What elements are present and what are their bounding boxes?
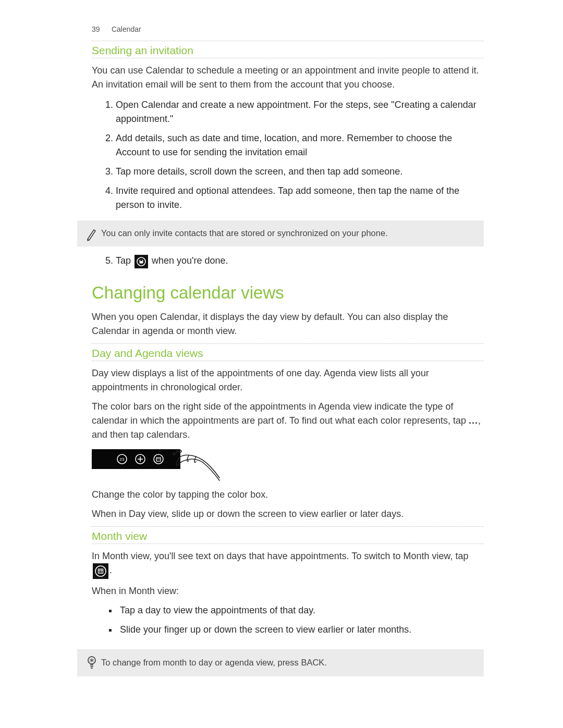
add-icon: [134, 453, 146, 465]
svg-point-11: [173, 453, 175, 455]
app-toolbar: 23: [92, 449, 180, 469]
toolbar-figure: 23: [92, 449, 222, 483]
add-someone-term: add someone: [343, 166, 400, 177]
changing-views-intro: When you open Calendar, it displays the …: [92, 310, 484, 338]
month-view-p2: When in Month view:: [92, 584, 484, 598]
day-23-icon: 23: [116, 453, 128, 465]
tap-gesture-icon: [170, 449, 222, 483]
step-1: Open Calendar and create a new appointme…: [116, 98, 484, 126]
section-rule: [92, 544, 484, 544]
ellipsis-term: ...: [469, 415, 478, 426]
svg-rect-2: [140, 260, 142, 261]
svg-point-12: [176, 451, 178, 453]
month-view-bullets: Tap a day to view the appointments of th…: [92, 603, 484, 637]
svg-rect-15: [99, 569, 103, 573]
day-agenda-p1: Day view displays a list of the appointm…: [92, 366, 484, 394]
section-rule: [92, 361, 484, 361]
steps-list: Open Calendar and create a new appointme…: [92, 98, 484, 212]
section-rule: [92, 58, 484, 58]
page-header: 39 Calendar: [92, 25, 484, 33]
bullet-2: Slide your finger up or down the screen …: [118, 623, 484, 637]
bullet-1: Tap a day to view the appointments of th…: [118, 603, 484, 618]
section-heading-changing-views: Changing calendar views: [92, 283, 484, 303]
account-term: Account: [116, 147, 150, 157]
lightbulb-icon: [82, 655, 101, 671]
section-rule: [92, 526, 484, 527]
page-number: 39: [92, 25, 109, 33]
pencil-icon: [82, 226, 101, 241]
chapter-name: Calendar: [112, 25, 141, 33]
section-rule: [92, 343, 484, 344]
tip-box: To change from month to day or agenda vi…: [77, 649, 484, 676]
section-heading-sending-invitation: Sending an invitation: [92, 44, 484, 57]
intro-paragraph: You can use Calendar to schedule a meeti…: [92, 64, 484, 92]
calendar-month-icon: [152, 453, 165, 465]
save-icon: [134, 255, 148, 268]
steps-list-continued: Tap when you're done.: [92, 254, 484, 268]
note-box: You can only invite contacts that are st…: [77, 220, 484, 246]
svg-text:23: 23: [120, 457, 125, 462]
step-5: Tap when you're done.: [116, 254, 484, 268]
month-view-icon: [93, 563, 108, 579]
step-4: Invite required and optional attendees. …: [116, 184, 484, 212]
day-agenda-p4: When in Day view, slide up or down the s…: [92, 507, 484, 521]
more-details-term: more details: [133, 166, 185, 177]
tip-text: To change from month to day or agenda vi…: [101, 657, 327, 669]
month-view-p1: In Month view, you'll see text on days t…: [92, 549, 484, 579]
day-agenda-p2: The color bars on the right side of the …: [92, 400, 484, 442]
section-heading-month-view: Month view: [92, 530, 484, 542]
step-2: Add details, such as date and time, loca…: [116, 131, 484, 159]
calendars-term: calendars: [146, 429, 187, 440]
section-heading-day-agenda: Day and Agenda views: [92, 347, 484, 360]
step-3: Tap more details, scroll down the screen…: [116, 165, 484, 179]
add-someone-term: add someone: [296, 186, 352, 196]
page: 39 Calendar Sending an invitation You ca…: [0, 0, 563, 715]
svg-point-14: [95, 566, 106, 576]
section-rule: [92, 41, 484, 41]
svg-point-13: [179, 450, 181, 452]
svg-rect-9: [156, 458, 161, 461]
day-agenda-p3: Change the color by tapping the color bo…: [92, 488, 484, 502]
note-text: You can only invite contacts that are st…: [101, 227, 388, 239]
